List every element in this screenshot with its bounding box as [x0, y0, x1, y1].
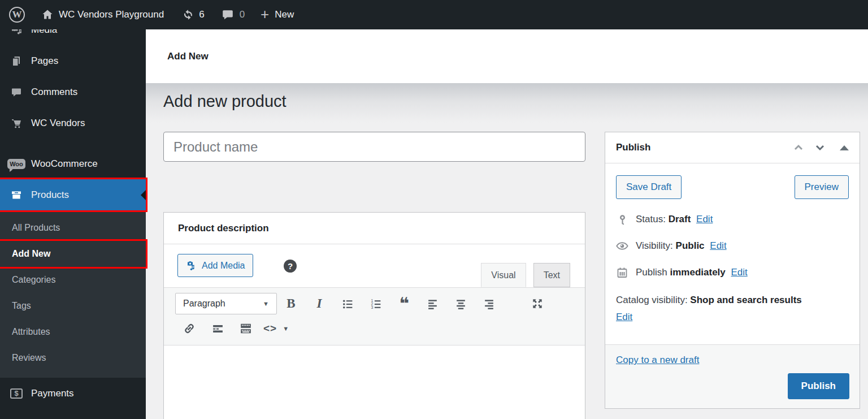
- align-left-button[interactable]: [418, 293, 446, 314]
- fullscreen-button[interactable]: [523, 293, 552, 314]
- active-menu-arrow-icon: [141, 190, 146, 200]
- bold-button[interactable]: B: [277, 293, 305, 314]
- schedule-row: Publish immediately Edit: [616, 267, 849, 278]
- code-icon: <>: [263, 322, 277, 335]
- tab-visual[interactable]: Visual: [481, 263, 526, 287]
- align-center-icon: [455, 298, 467, 310]
- preview-button[interactable]: Preview: [795, 175, 849, 199]
- publish-title: Publish: [616, 142, 793, 153]
- sidebar-item-comments[interactable]: Comments: [0, 76, 146, 107]
- submenu-item-tags[interactable]: Tags: [0, 293, 146, 319]
- catalog-label: Catalog visibility:: [616, 295, 688, 305]
- publish-button[interactable]: Publish: [788, 373, 849, 399]
- products-submenu: All Products Add New Categories Tags Att…: [0, 210, 146, 378]
- visibility-label: Visibility:: [636, 240, 673, 251]
- submenu-item-all-products[interactable]: All Products: [0, 215, 146, 241]
- add-media-icon: [185, 260, 197, 271]
- editor-content-area[interactable]: [164, 345, 585, 419]
- align-right-button[interactable]: [475, 293, 503, 314]
- add-media-button[interactable]: Add Media: [177, 254, 253, 277]
- sidebar-item-label: Products: [31, 189, 69, 201]
- sidebar-item-label: Pages: [31, 55, 58, 67]
- move-down-icon[interactable]: [814, 142, 826, 153]
- editor-media-row: Add Media ? Visual Text: [164, 244, 585, 287]
- schedule-label: Publish: [636, 267, 667, 278]
- edit-schedule-link[interactable]: Edit: [731, 267, 748, 278]
- tab-label: Text: [544, 270, 560, 280]
- new-content-link[interactable]: + New: [261, 8, 294, 21]
- sidebar-item-payments[interactable]: $ Payments: [0, 378, 146, 409]
- menu-separator: [0, 139, 146, 148]
- wordpress-logo-icon[interactable]: W: [9, 7, 25, 23]
- submenu-item-add-new[interactable]: Add New: [0, 241, 146, 267]
- updates-icon: [182, 8, 194, 21]
- blockquote-button[interactable]: ❝: [390, 293, 418, 314]
- tab-text[interactable]: Text: [533, 263, 570, 287]
- dropdown-caret-icon: ▼: [283, 325, 289, 332]
- collapse-panel-icon[interactable]: [840, 145, 849, 150]
- numbered-list-button[interactable]: 123: [362, 293, 390, 314]
- submenu-label: Tags: [12, 301, 31, 311]
- copy-to-new-draft-link[interactable]: Copy to a new draft: [616, 355, 699, 365]
- publish-panel: Publish Save Draft Preview Status: Draft…: [605, 132, 860, 409]
- sidebar-item-products[interactable]: Products: [0, 179, 146, 210]
- fullscreen-icon: [531, 297, 544, 310]
- sidebar-item-woocommerce[interactable]: Woo WooCommerce: [0, 148, 146, 179]
- toolbar-toggle-button[interactable]: [232, 318, 260, 339]
- submenu-label: Reviews: [12, 353, 46, 363]
- woocommerce-icon: Woo: [10, 159, 23, 169]
- publish-panel-header[interactable]: Publish: [605, 132, 860, 163]
- sidebar-item-pages[interactable]: Pages: [0, 45, 146, 76]
- submenu-item-categories[interactable]: Categories: [0, 267, 146, 293]
- status-value: Draft: [669, 214, 691, 224]
- shortcode-dropdown-button[interactable]: <> ▼: [260, 318, 293, 339]
- numbered-list-icon: 123: [370, 298, 382, 310]
- editor-mode-tabs: Visual Text: [481, 263, 570, 287]
- home-icon: [42, 9, 53, 20]
- bullet-list-button[interactable]: [333, 293, 362, 314]
- post-status-pin-icon: [616, 214, 628, 225]
- edit-visibility-link[interactable]: Edit: [710, 240, 726, 251]
- bullet-list-icon: [342, 298, 354, 310]
- admin-bar: W WC Vendors Playground 6 0 + New: [0, 0, 868, 29]
- admin-sidebar: Media Pages Comments WC Vendors Woo WooC…: [0, 0, 146, 419]
- new-label: New: [275, 9, 294, 20]
- comments-bubble-icon: [222, 8, 234, 21]
- move-up-icon[interactable]: [793, 142, 804, 153]
- panel-title: Product description: [164, 213, 585, 244]
- comments-icon: [10, 87, 23, 98]
- edit-status-link[interactable]: Edit: [696, 214, 713, 224]
- catalog-value: Shop and search results: [690, 295, 801, 305]
- submenu-item-attributes[interactable]: Attributes: [0, 319, 146, 345]
- sidebar-item-wc-vendors[interactable]: WC Vendors: [0, 107, 146, 139]
- submenu-item-reviews[interactable]: Reviews: [0, 345, 146, 371]
- status-label: Status:: [636, 214, 666, 224]
- insert-link-button[interactable]: [175, 318, 203, 339]
- product-name-input[interactable]: [163, 132, 585, 162]
- updates-link[interactable]: 6: [182, 8, 204, 21]
- save-draft-button[interactable]: Save Draft: [616, 175, 682, 199]
- site-name-label: WC Vendors Playground: [59, 9, 164, 20]
- paragraph-format-dropdown[interactable]: Paragraph ▼: [175, 293, 277, 314]
- sidebar-item-label: WooCommerce: [31, 158, 98, 170]
- help-icon[interactable]: ?: [284, 260, 297, 273]
- paragraph-label: Paragraph: [183, 299, 225, 309]
- comments-link[interactable]: 0: [222, 8, 245, 21]
- read-more-button[interactable]: [203, 318, 232, 339]
- toolbar-row-2: <> ▼: [175, 316, 579, 341]
- keyboard-icon: [240, 322, 252, 335]
- catalog-visibility-row: Catalog visibility: Shop and search resu…: [616, 292, 849, 326]
- italic-button[interactable]: I: [305, 293, 333, 314]
- submenu-label: Categories: [12, 275, 55, 285]
- payments-icon: $: [10, 388, 23, 399]
- dollar-glyph: $: [14, 389, 18, 398]
- product-description-panel: Product description Add Media ? Visual T…: [163, 212, 585, 419]
- visibility-value: Public: [676, 240, 705, 251]
- status-text: Status: Draft Edit: [636, 214, 713, 225]
- updates-count: 6: [199, 9, 204, 20]
- align-center-button[interactable]: [446, 293, 475, 314]
- add-media-label: Add Media: [202, 261, 245, 271]
- site-name-link[interactable]: WC Vendors Playground: [42, 9, 164, 20]
- edit-catalog-link[interactable]: Edit: [616, 312, 632, 322]
- calendar-icon: [616, 267, 628, 278]
